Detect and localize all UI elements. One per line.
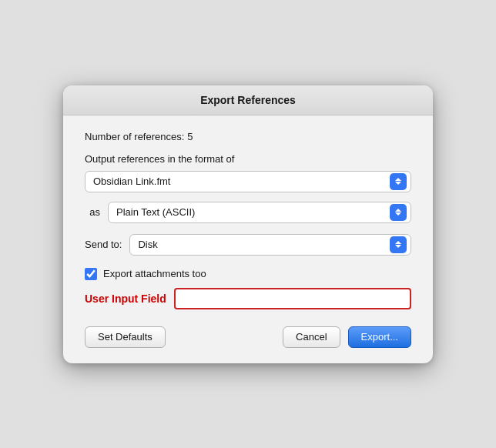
send-to-select[interactable]: Disk Clipboard Printer — [129, 234, 411, 256]
dialog-titlebar: Export References — [63, 85, 433, 115]
format-select-wrapper: Obsidian Link.fmt BibTeX RIS APA MLA — [85, 171, 411, 192]
references-row: Number of references: 5 — [85, 131, 411, 142]
export-references-dialog: Export References Number of references: … — [63, 85, 433, 363]
format-select[interactable]: Obsidian Link.fmt BibTeX RIS APA MLA — [85, 171, 411, 192]
user-input-label: User Input Field — [85, 293, 166, 305]
set-defaults-button[interactable]: Set Defaults — [85, 326, 166, 348]
as-select-wrapper: Plain Text (ASCII) Rich Text Unicode HTM… — [108, 202, 411, 223]
dialog-title: Export References — [200, 94, 296, 106]
export-button[interactable]: Export... — [348, 326, 411, 348]
as-label: as — [85, 206, 100, 218]
send-to-label: Send to: — [85, 239, 122, 250]
user-input-row: User Input Field — [85, 288, 411, 309]
references-label: Number of references: — [85, 131, 184, 142]
send-to-select-inner-wrapper: Disk Clipboard Printer — [129, 234, 411, 256]
send-to-select-wrapper: Disk Clipboard Printer — [129, 234, 411, 256]
button-row: Set Defaults Cancel Export... — [85, 323, 411, 348]
dialog-body: Number of references: 5 Output reference… — [63, 115, 433, 363]
cancel-button[interactable]: Cancel — [283, 326, 340, 348]
as-select-inner-wrapper: Plain Text (ASCII) Rich Text Unicode HTM… — [108, 202, 411, 223]
export-attachments-label: Export attachments too — [103, 268, 206, 279]
export-attachments-row: Export attachments too — [85, 268, 411, 280]
format-label: Output references in the format of — [85, 153, 411, 165]
user-input-field[interactable] — [174, 288, 411, 309]
as-row: as Plain Text (ASCII) Rich Text Unicode … — [85, 202, 411, 223]
export-attachments-checkbox[interactable] — [85, 268, 97, 280]
references-count: 5 — [187, 131, 193, 142]
send-to-row: Send to: Disk Clipboard Printer — [85, 234, 411, 256]
as-select[interactable]: Plain Text (ASCII) Rich Text Unicode HTM… — [108, 202, 411, 223]
